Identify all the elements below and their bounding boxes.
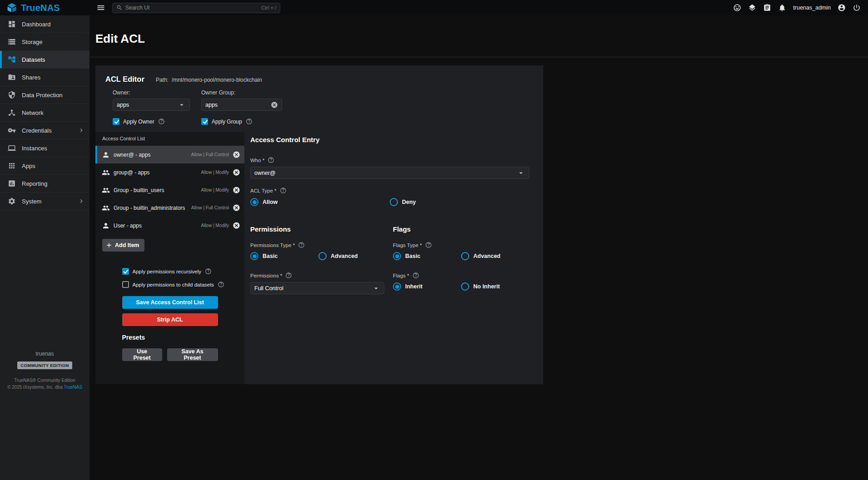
apply-owner-checkbox[interactable]: Apply Owner xyxy=(113,118,190,125)
radio-icon xyxy=(318,252,327,260)
acl-entry-owner-apps[interactable]: owner@ - appsAllow | Full Control xyxy=(95,146,244,163)
sidebar-item-data-protection[interactable]: Data Protection xyxy=(0,86,89,104)
radio-inherit[interactable]: Inherit xyxy=(393,282,461,291)
feedback-button[interactable] xyxy=(731,2,743,14)
radio-basic[interactable]: Basic xyxy=(250,252,318,260)
save-acl-button[interactable]: Save Access Control List xyxy=(122,296,218,309)
acl-entries: owner@ - appsAllow | Full Controlgroup@ … xyxy=(95,146,244,234)
help-icon[interactable] xyxy=(280,187,287,194)
sidebar-item-shares[interactable]: Shares xyxy=(0,69,89,86)
owner-select[interactable]: apps xyxy=(113,99,190,111)
search-input[interactable] xyxy=(125,5,258,11)
sidebar-item-label: Credentials xyxy=(22,127,52,134)
acl-list-panel: Access Control List owner@ - appsAllow |… xyxy=(95,132,244,384)
person-icon xyxy=(102,151,110,159)
permissions-type-label: Permissions Type * xyxy=(250,242,295,248)
acl-entry-group-builtin-users[interactable]: Group - builtin_usersAllow | Modify xyxy=(95,181,244,199)
truenas-logo-icon xyxy=(6,2,17,13)
permissions-flags-grid: Permissions Permissions Type * BasicAdva… xyxy=(250,225,530,294)
add-item-button[interactable]: Add Item xyxy=(102,239,144,252)
dashboard-icon xyxy=(8,20,16,28)
acl-editor-body: Access Control List owner@ - appsAllow |… xyxy=(95,132,543,384)
permissions-label-row: Permissions * xyxy=(250,272,393,279)
help-icon[interactable] xyxy=(298,242,305,248)
computer-icon xyxy=(8,144,16,152)
sidebar-item-credentials[interactable]: Credentials xyxy=(0,122,89,139)
sidebar-item-apps[interactable]: Apps xyxy=(0,157,89,175)
help-icon[interactable] xyxy=(218,281,224,288)
alerts-button[interactable] xyxy=(776,2,788,14)
sidebar-item-storage[interactable]: Storage xyxy=(0,33,89,51)
search-box[interactable]: Ctrl + / xyxy=(112,3,280,13)
datasets-icon xyxy=(8,55,16,64)
sidebar-item-datasets[interactable]: Datasets xyxy=(0,51,89,69)
apply-to-child-datasets-checkbox[interactable]: Apply permissions to child datasets xyxy=(122,281,218,288)
acl-entry-permissions: Allow | Full Control xyxy=(189,205,229,210)
radio-allow[interactable]: Allow xyxy=(250,198,390,206)
jobs-button[interactable] xyxy=(746,2,758,14)
help-icon[interactable] xyxy=(268,157,274,163)
help-icon[interactable] xyxy=(425,242,432,248)
remove-entry-icon[interactable] xyxy=(233,222,240,229)
footer-copyright: © 2025 iXsystems, Inc. dba TrueNAS xyxy=(7,384,82,391)
radio-advanced[interactable]: Advanced xyxy=(461,252,530,260)
search-shortcut: Ctrl + / xyxy=(261,5,276,10)
remove-entry-icon[interactable] xyxy=(233,204,240,212)
radio-label: Allow xyxy=(263,199,278,205)
who-select[interactable]: owner@ xyxy=(250,167,529,179)
radio-icon xyxy=(461,282,469,291)
help-icon[interactable] xyxy=(412,272,419,279)
sidebar-item-label: Dashboard xyxy=(22,21,51,28)
owner-group-input[interactable] xyxy=(205,102,271,108)
acl-entry-user-apps[interactable]: User - appsAllow | Modify xyxy=(95,217,244,234)
help-icon[interactable] xyxy=(205,268,212,275)
power-icon xyxy=(853,4,861,12)
use-preset-button[interactable]: Use Preset xyxy=(122,348,162,361)
sidebar-item-reporting[interactable]: Reporting xyxy=(0,175,89,193)
checkbox-icon xyxy=(113,118,119,125)
radio-basic[interactable]: Basic xyxy=(393,252,461,260)
menu-toggle-button[interactable] xyxy=(95,2,107,14)
remove-entry-icon[interactable] xyxy=(233,151,240,158)
radio-advanced[interactable]: Advanced xyxy=(318,252,393,260)
apply-group-checkbox[interactable]: Apply Group xyxy=(201,118,282,125)
clear-input-icon[interactable] xyxy=(271,101,278,109)
brand[interactable]: TrueNAS xyxy=(0,2,89,13)
acl-type-radio-group: AllowDeny xyxy=(250,198,530,206)
checklist-button[interactable] xyxy=(761,2,773,14)
apply-recursively-checkbox[interactable]: Apply permissions recursively xyxy=(122,268,218,275)
truenas-link[interactable]: TrueNAS xyxy=(64,385,82,390)
flags-type-label: Flags Type * xyxy=(393,242,422,248)
sidebar-item-instances[interactable]: Instances xyxy=(0,139,89,157)
add-item-label: Add Item xyxy=(115,242,139,248)
radio-no-inherit[interactable]: No Inherit xyxy=(461,282,530,291)
owner-label: Owner: xyxy=(113,89,190,96)
bell-icon xyxy=(778,4,786,12)
sidebar-item-system[interactable]: System xyxy=(0,193,89,210)
app-root: TrueNAS Ctrl + / truenas_admin Dashboard… xyxy=(0,0,868,480)
help-icon[interactable] xyxy=(285,272,292,279)
checkbox-icon xyxy=(201,118,208,125)
checkbox-label: Apply permissions to child datasets xyxy=(133,282,214,287)
remove-entry-icon[interactable] xyxy=(233,168,240,176)
acl-entry-group-apps[interactable]: group@ - appsAllow | Modify xyxy=(95,163,244,181)
strip-acl-button[interactable]: Strip ACL xyxy=(122,313,218,326)
acl-entry-group-builtin-administrators[interactable]: Group - builtin_administratorsAllow | Fu… xyxy=(95,199,244,217)
help-icon[interactable] xyxy=(158,118,165,125)
acl-entry-who: Group - builtin_administrators xyxy=(114,205,185,211)
acl-entry-permissions: Allow | Full Control xyxy=(189,152,229,157)
acl-entry-permissions: Allow | Modify xyxy=(199,223,229,228)
permissions-select[interactable]: Full Control xyxy=(250,282,384,294)
sidebar-item-dashboard[interactable]: Dashboard xyxy=(0,15,89,33)
save-as-preset-button[interactable]: Save As Preset xyxy=(167,348,218,361)
edition-badge: COMMUNITY EDITION xyxy=(17,361,72,369)
help-icon[interactable] xyxy=(246,118,253,125)
radio-deny[interactable]: Deny xyxy=(390,198,530,206)
power-button[interactable] xyxy=(851,2,863,14)
account-button[interactable] xyxy=(836,2,848,14)
owner-fields: Owner: apps Apply Owner xyxy=(113,89,533,125)
sidebar-item-network[interactable]: Network xyxy=(0,104,89,122)
radio-label: Basic xyxy=(405,253,420,259)
remove-entry-icon[interactable] xyxy=(233,186,240,194)
menu-icon xyxy=(96,3,105,12)
